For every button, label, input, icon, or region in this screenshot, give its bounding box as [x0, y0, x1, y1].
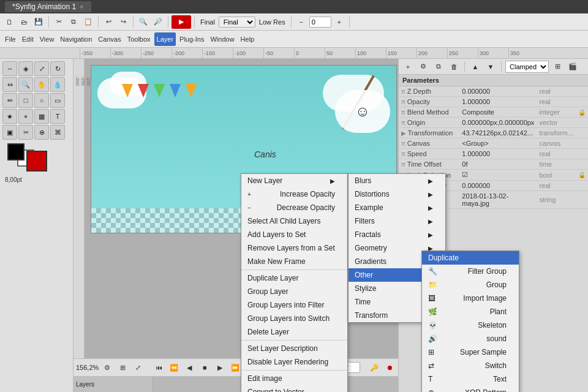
panel-duplicate[interactable]: ⧉: [432, 60, 445, 74]
tool-extra[interactable]: ⌘: [50, 125, 65, 140]
param-value[interactable]: 0.000000: [459, 86, 537, 97]
panel-down[interactable]: ▼: [484, 60, 497, 74]
timeline-play-back[interactable]: ◀: [183, 361, 196, 374]
tool-star[interactable]: ★: [2, 109, 17, 124]
tool-fill[interactable]: ▣: [2, 125, 17, 140]
menu-item-import-image[interactable]: 🖼 Import Image: [422, 292, 519, 305]
menu-item-make-frame[interactable]: Make New Frame: [241, 255, 347, 268]
panel-anim[interactable]: 🎬: [566, 60, 579, 74]
timeline-keyframe[interactable]: 🔑: [368, 361, 381, 374]
menu-help[interactable]: Help: [238, 32, 257, 46]
menu-item-edit-external[interactable]: Edit image: [241, 372, 347, 385]
plus-button[interactable]: +: [333, 15, 346, 29]
tool-rotate[interactable]: ↻: [50, 61, 65, 76]
tool-hand[interactable]: ✋: [34, 77, 49, 92]
menu-item-super-sample[interactable]: ⊞ Super Sample: [422, 345, 519, 359]
param-value[interactable]: 1.000000: [459, 149, 537, 159]
panel-up[interactable]: ▲: [469, 60, 482, 74]
menu-item-group-filter[interactable]: Group Layers into Filter: [241, 298, 347, 312]
tool-transform[interactable]: ↔: [2, 61, 17, 76]
quality-select[interactable]: Final: [219, 17, 255, 28]
menu-item-select-all-child[interactable]: Select All Child Layers: [241, 214, 347, 228]
menu-item-remove-layers[interactable]: Remove Layers from a Set: [241, 241, 347, 255]
tool-bone[interactable]: ⊕: [34, 125, 49, 140]
timeline-record[interactable]: ⏺: [383, 361, 396, 374]
menu-plugins[interactable]: Plug-Ins: [177, 32, 206, 46]
tool-shape[interactable]: □: [18, 93, 33, 108]
zoom-out-button[interactable]: 🔎: [151, 15, 165, 29]
tab-close-button[interactable]: ×: [80, 3, 83, 10]
undo-button[interactable]: ↩: [102, 15, 115, 29]
panel-delete[interactable]: 🗑: [447, 60, 461, 74]
menu-item-filter-group[interactable]: 🔧 Filter Group: [422, 265, 519, 278]
menu-item-sound[interactable]: 🔊 sound: [422, 332, 519, 345]
menu-item-group-switch[interactable]: Group Layers into Switch: [241, 312, 347, 325]
timeline-rewind[interactable]: ⏮: [152, 361, 165, 374]
menu-edit[interactable]: Edit: [20, 32, 36, 46]
tool-zoom[interactable]: 🔍: [18, 77, 33, 92]
menu-navigation[interactable]: Navigation: [58, 32, 94, 46]
menu-item-example[interactable]: Example ▶: [349, 201, 445, 214]
menu-item-new-layer[interactable]: New Layer ▶: [241, 174, 347, 187]
param-value[interactable]: 0.000000: [459, 181, 537, 191]
param-value[interactable]: 0.000000px,0.000000px: [459, 118, 537, 128]
panel-settings[interactable]: ⚙: [417, 60, 430, 74]
minus-button[interactable]: −: [295, 15, 308, 29]
timeline-next[interactable]: ⏩: [228, 361, 242, 374]
open-button[interactable]: 🗁: [17, 15, 31, 29]
timeline-play[interactable]: ▶: [213, 361, 227, 374]
param-value[interactable]: 0f: [459, 159, 537, 170]
menu-item-xor-pattern[interactable]: ⊕ XOR Pattern: [422, 386, 519, 392]
save-button[interactable]: 💾: [32, 15, 45, 29]
menu-view[interactable]: View: [37, 32, 57, 46]
menu-item-fractals[interactable]: Fractals ▶: [349, 228, 445, 241]
menu-item-disable-render[interactable]: Disable Layer Rendering: [241, 355, 347, 369]
param-value[interactable]: ☑: [459, 170, 537, 181]
tool-mirror[interactable]: ⇔: [2, 77, 17, 92]
timeline-stop[interactable]: ■: [198, 361, 211, 374]
menu-item-increase-opacity[interactable]: + Increase Opacity: [241, 187, 347, 201]
menu-layer[interactable]: Layer: [154, 32, 176, 46]
menu-item-delete[interactable]: Delete Layer: [241, 325, 347, 339]
tool-rect[interactable]: ▭: [50, 93, 65, 108]
menu-item-skeleton[interactable]: 💀 Skeleton: [422, 318, 519, 332]
menu-item-decrease-opacity[interactable]: − Decrease Opacity: [241, 201, 347, 214]
param-value[interactable]: 1.000000: [459, 97, 537, 107]
menu-item-text[interactable]: T Text: [422, 372, 519, 386]
value-input[interactable]: [309, 17, 331, 28]
param-value[interactable]: 43.742126px,0.02142...: [459, 128, 537, 138]
zoom-in-button[interactable]: 🔍: [137, 15, 150, 29]
timeline-prev[interactable]: ⏪: [167, 361, 181, 374]
timeline-track[interactable]: Layers: [74, 377, 398, 392]
timeline-fit[interactable]: ⊞: [116, 361, 129, 374]
tool-text[interactable]: T: [50, 109, 65, 124]
param-value[interactable]: <Group>: [459, 138, 537, 149]
tool-pen[interactable]: ✏: [2, 93, 17, 108]
tool-node[interactable]: ◈: [18, 61, 33, 76]
menu-item-duplicate[interactable]: Duplicate: [422, 251, 519, 265]
menu-item-plant[interactable]: 🌿 Plant: [422, 305, 519, 318]
blend-select[interactable]: Clamped: [505, 61, 549, 73]
menu-window[interactable]: Window: [208, 32, 236, 46]
menu-toolbox[interactable]: Toolbox: [125, 32, 153, 46]
tool-circle[interactable]: ○: [34, 93, 49, 108]
menu-canvas[interactable]: Canvas: [96, 32, 123, 46]
menu-item-convert-vector[interactable]: Convert to Vector: [241, 385, 347, 392]
timeline-expand[interactable]: ⤢: [131, 361, 145, 374]
param-value[interactable]: 2018-01-13-02-maya.jpg: [459, 191, 537, 209]
menu-item-set-desc[interactable]: Set Layer Description: [241, 342, 347, 355]
cut-button[interactable]: ✂: [52, 15, 66, 29]
param-value[interactable]: Composite: [459, 107, 537, 118]
panel-view1[interactable]: ⊞: [551, 60, 564, 74]
menu-file[interactable]: File: [2, 32, 18, 46]
tool-cut[interactable]: ✂: [18, 125, 33, 140]
menu-item-blurs[interactable]: Blurs ▶: [349, 174, 445, 187]
copy-button[interactable]: ⧉: [67, 15, 80, 29]
paste-button[interactable]: 📋: [81, 15, 95, 29]
menu-item-filters[interactable]: Filters ▶: [349, 214, 445, 228]
menu-item-group[interactable]: Group Layer: [241, 285, 347, 298]
menu-item-group[interactable]: 📁 Group: [422, 278, 519, 292]
foreground-color-swatch[interactable]: [7, 143, 24, 160]
tool-feather[interactable]: ⌖: [18, 109, 33, 124]
tool-eyedrop[interactable]: 💧: [50, 77, 65, 92]
